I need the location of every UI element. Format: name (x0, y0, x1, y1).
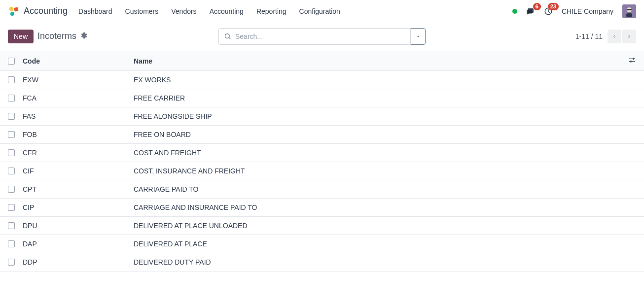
row-checkbox[interactable] (8, 204, 15, 211)
cell-code: CIF (23, 167, 134, 175)
cell-name: DELIVERED AT PLACE UNLOADED (134, 222, 621, 230)
cell-code: CPT (23, 185, 134, 193)
pager: 1-11 / 11 (575, 30, 636, 43)
cell-name: COST AND FREIGHT (134, 149, 621, 157)
svg-point-12 (633, 58, 634, 60)
row-checkbox[interactable] (8, 149, 15, 156)
search-input[interactable] (235, 33, 405, 40)
cell-code: FCA (23, 94, 134, 102)
column-header-code[interactable]: Code (23, 57, 134, 65)
table-row[interactable]: CIFCOST, INSURANCE AND FREIGHT (0, 162, 644, 180)
search-box[interactable] (218, 28, 411, 45)
cell-code: FAS (23, 112, 134, 120)
menu-vendors[interactable]: Vendors (171, 7, 196, 15)
row-checkbox[interactable] (8, 222, 15, 229)
row-checkbox[interactable] (8, 168, 15, 174)
cell-name: FREE ON BOARD (134, 131, 621, 138)
svg-rect-6 (626, 13, 632, 17)
cell-code: DPU (23, 222, 134, 230)
menu-dashboard[interactable]: Dashboard (78, 7, 112, 15)
table-row[interactable]: CIPCARRIAGE AND INSURANCE PAID TO (0, 199, 644, 217)
search-options-toggle[interactable] (411, 28, 426, 45)
cell-name: FREE ALONGSIDE SHIP (134, 112, 621, 120)
row-checkbox[interactable] (8, 240, 15, 247)
pager-range: 1-11 (575, 33, 589, 40)
control-bar: New Incoterms 1-11 / 11 (0, 23, 644, 51)
row-checkbox[interactable] (8, 76, 15, 83)
column-header-name[interactable]: Name (134, 57, 621, 65)
table-header-row: Code Name (0, 51, 644, 71)
cell-code: FOB (23, 131, 134, 138)
table-row[interactable]: DAPDELIVERED AT PLACE (0, 235, 644, 253)
search-wrap (218, 28, 426, 45)
pager-text[interactable]: 1-11 / 11 (575, 33, 603, 40)
svg-point-8 (225, 34, 230, 38)
svg-point-13 (630, 61, 632, 62)
messages-button[interactable]: 6 (526, 7, 535, 16)
table-row[interactable]: CFRCOST AND FREIGHT (0, 144, 644, 162)
table-row[interactable]: CPTCARRIAGE PAID TO (0, 180, 644, 199)
gear-icon[interactable] (80, 32, 87, 40)
cell-name: CARRIAGE PAID TO (134, 185, 621, 193)
cell-name: EX WORKS (134, 76, 621, 84)
table-row[interactable]: DPUDELIVERED AT PLACE UNLOADED (0, 217, 644, 235)
status-dot-icon[interactable] (512, 9, 517, 14)
pager-sep: / (589, 33, 595, 40)
svg-rect-7 (627, 9, 632, 10)
caret-down-icon (416, 34, 421, 39)
messages-badge: 6 (533, 3, 541, 10)
row-checkbox[interactable] (8, 113, 15, 120)
select-all-checkbox[interactable] (8, 58, 15, 65)
app-logo-icon[interactable] (8, 5, 20, 17)
row-checkbox[interactable] (8, 95, 15, 101)
table-row[interactable]: DDPDELIVERED DUTY PAID (0, 253, 644, 271)
menu-reporting[interactable]: Reporting (256, 7, 286, 15)
chevron-right-icon (626, 34, 632, 39)
svg-rect-0 (9, 6, 14, 11)
cell-code: CIP (23, 203, 134, 211)
table-row[interactable]: FCAFREE CARRIER (0, 89, 644, 107)
pager-next-button[interactable] (622, 30, 636, 43)
row-checkbox[interactable] (8, 186, 15, 193)
cell-name: FREE CARRIER (134, 94, 621, 102)
topnav-right: 6 23 CHILE Company (512, 4, 636, 18)
optional-columns-toggle[interactable] (628, 56, 636, 66)
cell-name: CARRIAGE AND INSURANCE PAID TO (134, 203, 621, 211)
svg-rect-1 (14, 7, 18, 11)
table-row[interactable]: EXWEX WORKS (0, 71, 644, 89)
activities-badge: 23 (548, 3, 559, 10)
user-avatar[interactable] (622, 4, 636, 18)
table-row[interactable]: FOBFREE ON BOARD (0, 126, 644, 144)
pager-total: 11 (595, 33, 603, 40)
new-button[interactable]: New (8, 30, 34, 43)
main-menu: Dashboard Customers Vendors Accounting R… (78, 7, 340, 15)
sliders-icon (628, 56, 636, 64)
cell-code: CFR (23, 149, 134, 157)
svg-point-2 (10, 12, 14, 16)
app-title[interactable]: Accounting (24, 6, 68, 16)
svg-line-9 (229, 37, 230, 39)
table-body: EXWEX WORKSFCAFREE CARRIERFASFREE ALONGS… (0, 71, 644, 271)
pager-prev-button[interactable] (608, 30, 621, 43)
cell-code: EXW (23, 76, 134, 84)
cell-name: COST, INSURANCE AND FREIGHT (134, 167, 621, 175)
breadcrumb: Incoterms (37, 31, 76, 41)
menu-customers[interactable]: Customers (125, 7, 159, 15)
activities-button[interactable]: 23 (544, 7, 553, 16)
top-nav: Accounting Dashboard Customers Vendors A… (0, 0, 644, 23)
row-checkbox[interactable] (8, 131, 15, 138)
menu-configuration[interactable]: Configuration (299, 7, 340, 15)
row-checkbox[interactable] (8, 259, 15, 266)
cell-name: DELIVERED AT PLACE (134, 240, 621, 248)
chevron-left-icon (611, 34, 617, 39)
search-icon (224, 33, 231, 40)
cell-code: DDP (23, 258, 134, 266)
cell-code: DAP (23, 240, 134, 248)
menu-accounting[interactable]: Accounting (210, 7, 244, 15)
cell-name: DELIVERED DUTY PAID (134, 258, 621, 266)
company-switcher[interactable]: CHILE Company (562, 7, 613, 15)
table-row[interactable]: FASFREE ALONGSIDE SHIP (0, 107, 644, 126)
